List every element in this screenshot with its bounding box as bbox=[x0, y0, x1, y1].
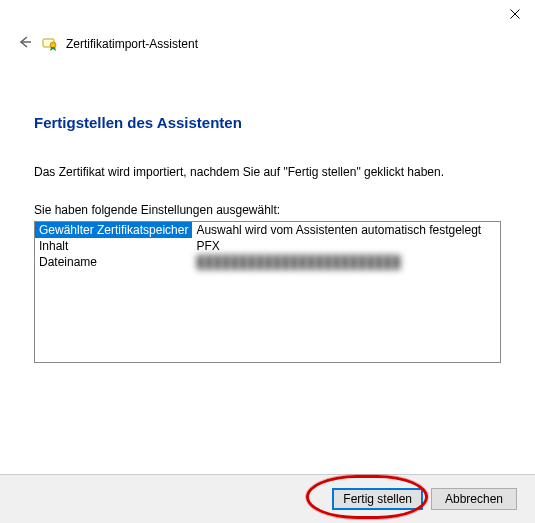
finish-button[interactable]: Fertig stellen bbox=[332, 488, 423, 510]
page-heading: Fertigstellen des Assistenten bbox=[34, 114, 501, 131]
settings-table: Gewählter ZertifikatspeicherAuswahl wird… bbox=[35, 222, 500, 270]
footer-bar: Fertig stellen Abbrechen bbox=[0, 474, 535, 523]
nav-row: Zertifikatimport-Assistent bbox=[0, 30, 535, 62]
back-arrow-icon[interactable] bbox=[16, 34, 34, 54]
setting-value: PFX bbox=[192, 238, 500, 254]
settings-table-container: Gewählter ZertifikatspeicherAuswahl wird… bbox=[34, 221, 501, 363]
content-area: Fertigstellen des Assistenten Das Zertif… bbox=[0, 62, 535, 363]
table-row[interactable]: Gewählter ZertifikatspeicherAuswahl wird… bbox=[35, 222, 500, 238]
table-row[interactable]: Dateiname████████████████████████ bbox=[35, 254, 500, 270]
page-description: Das Zertifikat wird importiert, nachdem … bbox=[34, 165, 501, 179]
setting-value: ████████████████████████ bbox=[192, 254, 500, 270]
certificate-icon bbox=[42, 36, 58, 52]
title-bar bbox=[0, 0, 535, 30]
settings-intro: Sie haben folgende Einstellungen ausgewä… bbox=[34, 203, 501, 217]
setting-value: Auswahl wird vom Assistenten automatisch… bbox=[192, 222, 500, 238]
close-button[interactable] bbox=[495, 0, 535, 28]
setting-key: Dateiname bbox=[35, 254, 192, 270]
wizard-title: Zertifikatimport-Assistent bbox=[66, 37, 198, 51]
close-icon bbox=[510, 9, 520, 19]
setting-key: Gewählter Zertifikatspeicher bbox=[35, 222, 192, 238]
cancel-button[interactable]: Abbrechen bbox=[431, 488, 517, 510]
setting-key: Inhalt bbox=[35, 238, 192, 254]
table-row[interactable]: InhaltPFX bbox=[35, 238, 500, 254]
